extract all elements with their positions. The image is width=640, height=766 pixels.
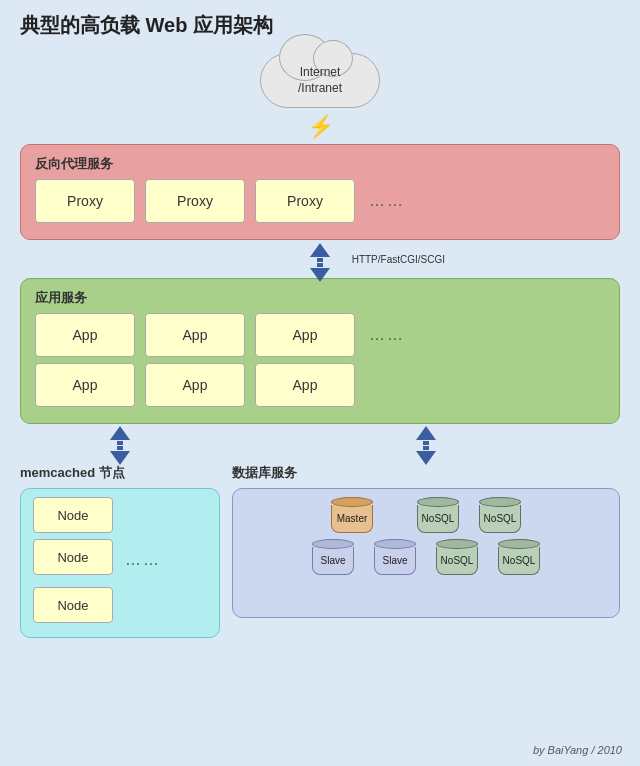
node-box-3: Node <box>33 587 113 623</box>
db-nosql-3: NoSQL <box>431 539 483 575</box>
page-title: 典型的高负载 Web 应用架构 <box>20 12 620 39</box>
db-slave-1: Slave <box>307 539 359 575</box>
proxy-layer-title: 反向代理服务 <box>35 155 605 173</box>
memcached-title: memcached 节点 <box>20 464 220 482</box>
cyl-nosql4-body: NoSQL <box>498 547 540 575</box>
memcached-arrow-icon <box>110 426 130 465</box>
db-layer: Master NoSQL NoSQL <box>232 488 620 618</box>
cyl-slave1-body: Slave <box>312 547 354 575</box>
cyl-master-top <box>331 497 373 507</box>
cloud-shape: Internet /Intranet <box>260 53 380 108</box>
bottom-arrow-left <box>20 426 220 465</box>
db-title: 数据库服务 <box>232 464 620 482</box>
db-stem-1 <box>423 441 429 445</box>
proxy-box-row: Proxy Proxy Proxy …… <box>35 179 605 223</box>
db-stem-2 <box>423 446 429 450</box>
db-arrow-up <box>416 426 436 440</box>
proxy-ellipsis: …… <box>369 192 405 210</box>
node-box-2: Node <box>33 539 113 575</box>
app-box-2: App <box>145 313 245 357</box>
arrow-down-icon <box>310 268 330 282</box>
cyl-nosql2-top <box>479 497 521 507</box>
cyl-master-body: Master <box>331 505 373 533</box>
app-box-row-2: App App App <box>35 363 605 407</box>
bottom-row: memcached 节点 Node Node …… Node 数据库服务 <box>20 464 620 638</box>
proxy-box-2: Proxy <box>145 179 245 223</box>
node-ellipsis: …… <box>125 551 161 569</box>
memcached-layer: Node Node …… Node <box>20 488 220 638</box>
mem-stem-1 <box>117 441 123 445</box>
app-box-3: App <box>255 313 355 357</box>
proxy-box-1: Proxy <box>35 179 135 223</box>
mem-stem-2 <box>117 446 123 450</box>
mem-arrow-down <box>110 451 130 465</box>
cyl-nosql1-top <box>417 497 459 507</box>
db-section: 数据库服务 Master NoSQL <box>232 464 620 638</box>
cyl-nosql3-top <box>436 539 478 549</box>
db-slave-2: Slave <box>369 539 421 575</box>
app-box-5: App <box>145 363 245 407</box>
lightning-icon: ⚡ <box>307 114 334 140</box>
by-label: by BaiYang / 2010 <box>533 744 622 756</box>
cyl-nosql1-body: NoSQL <box>417 505 459 533</box>
node-row-1: Node <box>33 497 207 539</box>
arrow-label: HTTP/FastCGI/SCGI <box>352 254 445 265</box>
app-box-4: App <box>35 363 135 407</box>
db-nosql-1: NoSQL <box>412 497 464 533</box>
middle-arrow-row: HTTP/FastCGI/SCGI <box>20 246 620 278</box>
db-row-1: Master NoSQL NoSQL <box>245 497 607 533</box>
lightning-section: ⚡ <box>20 114 620 144</box>
db-arrow-down <box>416 451 436 465</box>
app-box-6: App <box>255 363 355 407</box>
cloud-label: Internet /Intranet <box>298 65 342 96</box>
app-box-row-1: App App App …… <box>35 313 605 357</box>
node-row-2: Node …… <box>33 539 207 581</box>
middle-arrow-icon <box>310 243 330 282</box>
proxy-box-3: Proxy <box>255 179 355 223</box>
db-row-2: Slave Slave NoSQL NoSQL <box>245 539 607 575</box>
arrow-up-icon <box>310 243 330 257</box>
arrow-stem-2 <box>317 263 323 267</box>
cyl-slave2-body: Slave <box>374 547 416 575</box>
proxy-layer: 反向代理服务 Proxy Proxy Proxy …… <box>20 144 620 240</box>
bottom-arrow-right <box>232 426 620 465</box>
node-row-3: Node <box>33 587 207 629</box>
db-master: Master <box>326 497 378 533</box>
cyl-slave2-top <box>374 539 416 549</box>
db-nosql-2: NoSQL <box>474 497 526 533</box>
bottom-arrow-row <box>20 430 620 460</box>
app-box-1: App <box>35 313 135 357</box>
arrow-stem-1 <box>317 258 323 262</box>
cyl-nosql2-body: NoSQL <box>479 505 521 533</box>
app-layer: 应用服务 App App App …… App App App <box>20 278 620 424</box>
cloud-section: Internet /Intranet <box>20 53 620 108</box>
app-ellipsis: …… <box>369 326 405 344</box>
mem-arrow-up <box>110 426 130 440</box>
db-nosql-4: NoSQL <box>493 539 545 575</box>
cyl-slave1-top <box>312 539 354 549</box>
db-arrow-icon <box>416 426 436 465</box>
db-grid: Master NoSQL NoSQL <box>245 497 607 575</box>
memcached-section: memcached 节点 Node Node …… Node <box>20 464 220 638</box>
node-box-1: Node <box>33 497 113 533</box>
cyl-nosql4-top <box>498 539 540 549</box>
app-layer-title: 应用服务 <box>35 289 605 307</box>
cyl-nosql3-body: NoSQL <box>436 547 478 575</box>
